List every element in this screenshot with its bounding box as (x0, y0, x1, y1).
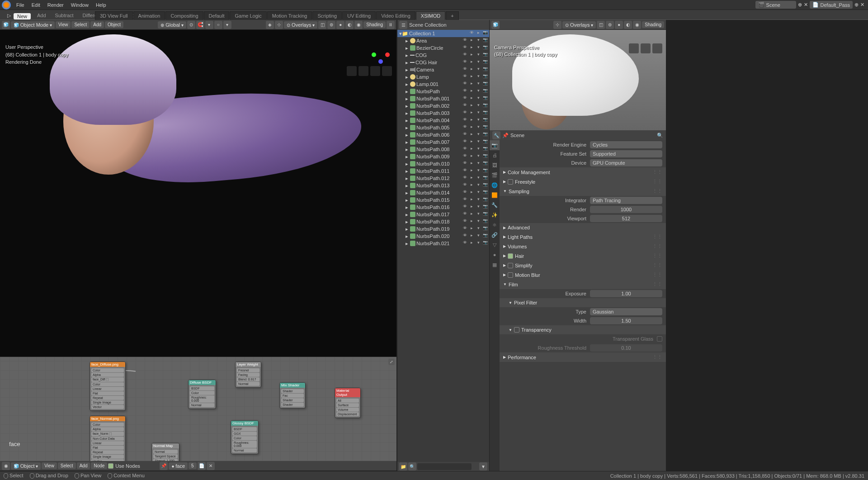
toggle-hide-icon[interactable]: ▾ (475, 190, 481, 196)
disclosure-icon[interactable]: ▸ (406, 110, 410, 116)
section-freestyle[interactable]: ▶Freestyle⋮⋮ (500, 177, 666, 186)
toggle-viewport-icon[interactable]: 👁 (462, 110, 468, 116)
filter-width-input[interactable]: 1.50 (590, 317, 662, 324)
render-engine-select[interactable]: Cycles (590, 141, 662, 148)
shade-rendered-icon[interactable]: ◉ (633, 21, 641, 29)
node-socket[interactable]: All (336, 399, 359, 403)
node-diffuse-bsdf[interactable]: Diffuse BSDFBSDFColorRoughnes: 0.000Norm… (188, 380, 216, 409)
xray-icon[interactable]: ◫ (597, 21, 605, 29)
transparent-glass-checkbox[interactable] (657, 336, 662, 342)
toggle-render-icon[interactable]: 📷 (482, 117, 488, 124)
disclosure-icon[interactable]: ▸ (406, 212, 410, 218)
toggle-hide-icon[interactable]: ▾ (475, 204, 481, 210)
node-socket[interactable]: BSDF (190, 386, 214, 390)
disclosure-icon[interactable]: ▸ (406, 139, 410, 145)
pin-icon[interactable]: 📌 (502, 133, 509, 138)
toggle-render-icon[interactable]: 📷 (482, 175, 488, 181)
integrator-select[interactable]: Path Tracing (590, 197, 662, 204)
toggle-hide-icon[interactable]: ▾ (475, 139, 481, 145)
toggle-viewport-icon[interactable]: 👁 (462, 146, 468, 152)
scene-selector[interactable]: 🎬 Scene (755, 1, 796, 9)
proportional-type-icon[interactable]: ▾ (223, 21, 231, 29)
toggle-hide-icon[interactable]: ▾ (475, 182, 481, 189)
outliner-item[interactable]: ▸COG👁▸▾📷 (397, 52, 489, 59)
ws-tab[interactable]: UV Editing (342, 11, 376, 20)
toggle-hide-icon[interactable]: ▾ (475, 95, 481, 102)
toggle-select-icon[interactable]: ▸ (468, 81, 475, 87)
snap-target-icon[interactable]: ▾ (205, 21, 213, 29)
shading-popover[interactable]: Shading (642, 21, 664, 28)
boolop-add[interactable]: Add (33, 11, 51, 19)
ws-tab[interactable]: Compositing (165, 11, 203, 20)
outliner-item[interactable]: ▸Lamp👁▸▾📷 (397, 73, 489, 81)
toggle-render-icon[interactable]: 📷 (482, 45, 488, 51)
menu-select[interactable]: Select (58, 462, 76, 469)
node-socket[interactable]: face_Diff ⬚ (91, 377, 124, 382)
maximize-icon[interactable]: ⤢ (388, 359, 395, 365)
node-socket[interactable]: Normal (153, 450, 178, 454)
section-motion-blur[interactable]: ▶Motion Blur⋮⋮ (500, 270, 666, 280)
node-socket[interactable]: Tangent Space (153, 454, 178, 458)
node-socket[interactable]: Repeat (91, 396, 124, 400)
nav-zoom-icon[interactable] (629, 43, 639, 53)
outliner-item[interactable]: ▸Area👁▸▾📷 (397, 37, 489, 44)
toggle-hide-icon[interactable]: ▾ (475, 153, 481, 160)
section-transparency[interactable]: ▼Transparency (500, 325, 666, 334)
menu-add[interactable]: Add (90, 21, 104, 28)
disclosure-icon[interactable]: ▸ (406, 147, 410, 152)
toggle-render-icon[interactable]: 📷 (482, 153, 488, 160)
node-canvas[interactable]: ⤢ face_Diffuse.pngColorAlphaface_Diff ⬚C… (0, 357, 396, 461)
toggle-render-icon[interactable]: 📷 (482, 233, 488, 239)
filter-icon[interactable]: 🔍 (408, 462, 416, 470)
disclosure-icon[interactable]: ▸ (406, 52, 410, 58)
toggle-select-icon[interactable]: ▸ (468, 124, 475, 131)
outliner-item[interactable]: ▸NurbsPath.003👁▸▾📷 (397, 109, 489, 117)
toggle-hide-icon[interactable]: ▾ (475, 59, 481, 66)
toggle-select-icon[interactable]: ▸ (468, 95, 475, 102)
outliner-list[interactable]: ▾ 📁 Collection 1 👁▸📷 ▸Area👁▸▾📷▸BezierCir… (397, 30, 489, 462)
toggle-viewport-icon[interactable]: 👁 (468, 30, 475, 37)
toggle-hide-icon[interactable]: ▾ (475, 168, 481, 174)
toggle-hide-icon[interactable]: ▾ (475, 161, 481, 167)
scene-pin-icon[interactable]: ⊕ (798, 2, 802, 8)
camera-canvas[interactable]: Camera Perspective (68) Collection 1 | b… (490, 30, 666, 130)
node-normal-map[interactable]: Normal MapNormalTangent SpaceStrengt: 1.… (151, 443, 179, 461)
section-advanced[interactable]: ▶Advanced (500, 223, 666, 232)
toggle-select-icon[interactable]: ▸ (468, 182, 475, 189)
toggle-select-icon[interactable]: ▸ (468, 110, 475, 116)
filter-popover-icon[interactable]: ▼ (479, 462, 487, 470)
menu-file[interactable]: File (13, 1, 28, 9)
ws-tab[interactable]: Motion Tracking (267, 11, 312, 20)
feature-set-select[interactable]: Supported (590, 150, 662, 157)
toggle-viewport-icon[interactable]: 👁 (462, 182, 468, 189)
node-socket[interactable]: face_Norm ⬚ (91, 432, 124, 436)
pause-icon[interactable]: ⏸ (387, 21, 395, 29)
toggle-viewport-icon[interactable]: 👁 (462, 219, 468, 225)
outliner-item[interactable]: ▸NurbsPath.006👁▸▾📷 (397, 131, 489, 138)
disclosure-icon[interactable]: ▸ (406, 74, 410, 80)
scene-close-icon[interactable]: ✕ (804, 2, 808, 8)
toggle-viewport-icon[interactable]: 👁 (462, 139, 468, 145)
toggle-render-icon[interactable]: 📷 (482, 132, 488, 138)
editor-type-icon[interactable]: 🔧 (492, 131, 500, 139)
nav-persp-icon[interactable] (382, 66, 392, 76)
outliner-item[interactable]: ▸NurbsPath.017👁▸▾📷 (397, 211, 489, 218)
cursor-tool-icon[interactable]: ▷ (5, 12, 14, 19)
node-socket[interactable]: Vector (91, 405, 124, 409)
toggle-viewport-icon[interactable]: 👁 (462, 240, 468, 247)
section-sampling[interactable]: ▼Sampling⋮⋮ (500, 186, 666, 196)
node-image-texture-2[interactable]: face_Normal.pngColorAlphaface_Norm ⬚Non-… (90, 416, 126, 461)
disclosure-icon[interactable]: ▸ (406, 161, 410, 167)
tab-world[interactable]: 🌐 (490, 180, 500, 190)
outliner-item[interactable]: ▸NurbsPath.008👁▸▾📷 (397, 146, 489, 153)
node-socket[interactable]: Volume (336, 408, 359, 412)
toggle-select-icon[interactable]: ▸ (468, 45, 475, 51)
toggle-select-icon[interactable]: ▸ (468, 59, 475, 66)
unlink-icon[interactable]: ✕ (207, 462, 215, 470)
axis-z[interactable] (378, 59, 383, 64)
toggle-viewport-icon[interactable]: 👁 (462, 88, 468, 95)
node-socket[interactable]: Non-Color Data (91, 437, 124, 441)
tab-output[interactable]: 🖨 (490, 150, 500, 160)
toggle-select-icon[interactable]: ▸ (468, 240, 475, 247)
toggle-viewport-icon[interactable]: 👁 (462, 233, 468, 239)
